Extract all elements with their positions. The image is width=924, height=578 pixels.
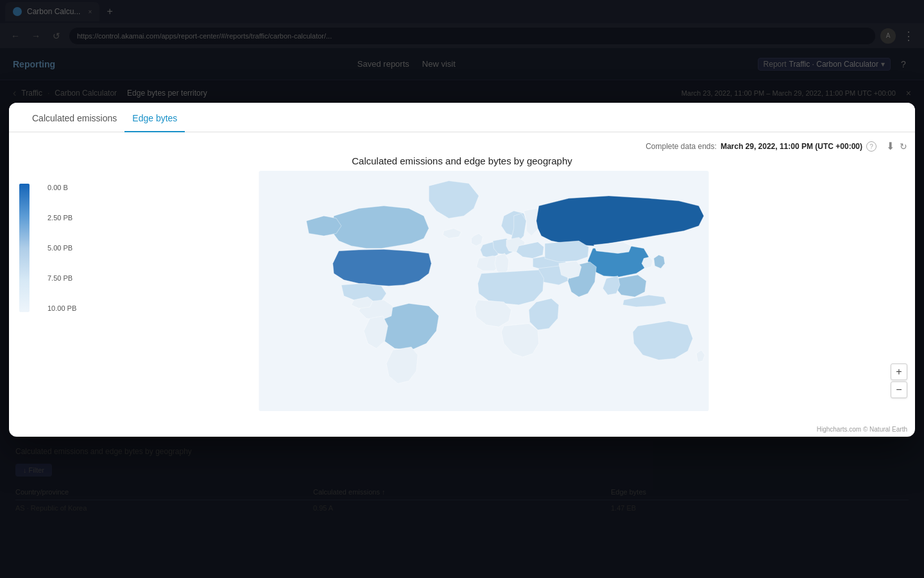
country-canada[interactable] bbox=[331, 206, 429, 249]
tab-calculated-emissions[interactable]: Calculated emissions bbox=[24, 103, 124, 132]
refresh-icon[interactable]: ↻ bbox=[900, 141, 907, 152]
zoom-controls: + − bbox=[891, 363, 907, 398]
action-icons: ⬇ ↻ bbox=[886, 140, 907, 152]
data-complete-notice: Complete data ends: March 29, 2022, 11:0… bbox=[646, 141, 877, 152]
modal-content: Complete data ends: March 29, 2022, 11:0… bbox=[9, 132, 915, 437]
zoom-in-button[interactable]: + bbox=[891, 363, 907, 380]
notice-help-icon[interactable]: ? bbox=[866, 141, 877, 152]
legend-color-bar bbox=[19, 184, 30, 312]
map-legend: 0.00 B 2.50 PB 5.00 PB 7.50 PB 10.00 PB bbox=[19, 184, 76, 315]
country-north-africa[interactable] bbox=[478, 270, 544, 305]
country-kazakhstan[interactable] bbox=[545, 241, 589, 262]
legend-label-2: 5.00 PB bbox=[47, 244, 76, 252]
modal-dialog: Calculated emissions Edge bytes Complete… bbox=[9, 103, 915, 437]
notice-date: March 29, 2022, 11:00 PM (UTC +00:00) bbox=[721, 142, 862, 151]
legend-label-3: 7.50 PB bbox=[47, 274, 76, 282]
legend-label-1: 2.50 PB bbox=[47, 214, 76, 222]
tab-edge-bytes[interactable]: Edge bytes bbox=[124, 103, 185, 132]
legend-label-4: 10.00 PB bbox=[47, 304, 76, 312]
legend-label-0: 0.00 B bbox=[47, 184, 76, 191]
notice-prefix: Complete data ends: bbox=[646, 142, 717, 151]
modal-tabs: Calculated emissions Edge bytes bbox=[9, 103, 915, 132]
country-usa[interactable] bbox=[333, 249, 431, 286]
download-icon[interactable]: ⬇ bbox=[886, 140, 894, 152]
highcharts-attribution: Highcharts.com © Natural Earth bbox=[817, 426, 907, 433]
zoom-out-button[interactable]: − bbox=[891, 381, 907, 398]
chart-title: Calculated emissions and edge bytes by g… bbox=[9, 155, 915, 166]
world-map-svg[interactable] bbox=[73, 171, 894, 411]
world-map-container bbox=[73, 171, 894, 411]
